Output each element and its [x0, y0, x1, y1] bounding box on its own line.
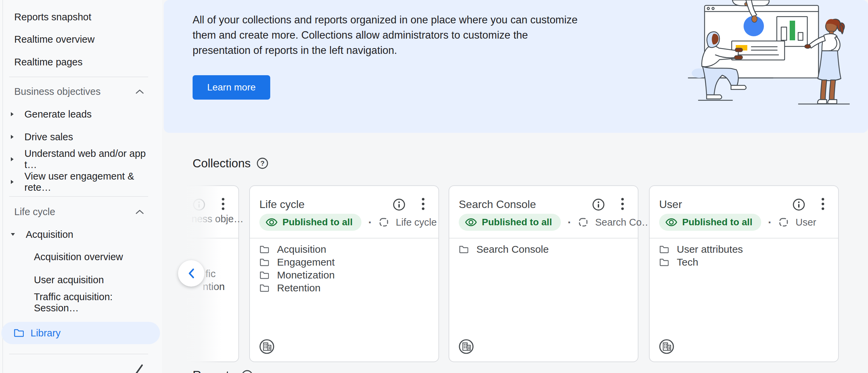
sidebar-item-label: Library: [31, 328, 61, 339]
more-menu-icon[interactable]: [221, 197, 225, 211]
learn-more-button[interactable]: Learn more: [193, 75, 270, 100]
card-divider: [163, 238, 238, 239]
report-topic-row: Monetization: [259, 269, 429, 282]
banner-line: presentation of reports in the left navi…: [193, 43, 578, 58]
template-label-fragment: ness obje…: [192, 213, 243, 225]
folder-icon: [14, 329, 24, 337]
report-topic-row: Acquisition: [259, 243, 429, 256]
sidebar-item-label: Reports snapshot: [14, 12, 91, 23]
sidebar-item-label: Acquisition overview: [34, 251, 123, 263]
folder-icon: [259, 258, 269, 266]
library-intro-banner: All of your collections and reports orga…: [164, 0, 868, 133]
more-menu-icon[interactable]: [421, 197, 425, 211]
collections-illustration: [682, 0, 851, 108]
sidebar-item-label: User acquisition: [34, 274, 104, 286]
sidebar-item-label: Realtime overview: [14, 34, 95, 45]
info-icon[interactable]: [392, 198, 406, 211]
carousel-prev-button[interactable]: [178, 260, 204, 287]
card-divider: [449, 238, 638, 239]
sidebar-section-life-cycle[interactable]: Life cycle: [0, 202, 160, 221]
report-topic-label: Search Console: [476, 244, 549, 255]
card-title: Life cycle: [259, 198, 304, 211]
template-label: User: [795, 217, 816, 228]
sidebar-item-generate-leads[interactable]: Generate leads: [0, 105, 160, 124]
folder-icon: [459, 245, 468, 253]
more-menu-icon[interactable]: [621, 197, 624, 211]
card-title: Search Console: [459, 198, 536, 211]
collection-card-search-console: Search Console Published to all · Search…: [449, 185, 638, 362]
svg-text:?: ?: [260, 160, 264, 167]
card-title: User: [659, 198, 682, 211]
chevron-up-icon[interactable]: [135, 209, 144, 214]
published-badge-label: Published to all: [482, 217, 552, 228]
dot-separator: ·: [368, 216, 372, 229]
report-nav-sidebar: Reports snapshot Realtime overview Realt…: [0, 0, 162, 373]
sidebar-collapse-chevron-left-icon[interactable]: [134, 364, 144, 373]
triangle-right-icon: [10, 134, 14, 140]
sidebar-section-label: Life cycle: [14, 206, 55, 217]
published-badge: Published to all: [659, 214, 761, 231]
sidebar-item-realtime-overview[interactable]: Realtime overview: [0, 30, 160, 49]
sidebar-item-acquisition-overview[interactable]: Acquisition overview: [0, 247, 160, 266]
triangle-down-icon: [10, 232, 16, 236]
sidebar-item-user-acquisition[interactable]: User acquisition: [0, 270, 160, 289]
triangle-right-icon: [10, 179, 14, 185]
sidebar-item-understand-traffic[interactable]: Understand web and/or app t…: [0, 150, 160, 169]
sidebar-item-traffic-acquisition[interactable]: Traffic acquisition: Session…: [0, 293, 160, 312]
sidebar-divider: [9, 77, 148, 77]
report-topic-row: Tech: [659, 256, 829, 269]
collections-heading: Collections: [193, 157, 251, 170]
report-item-fragment: ntion: [203, 281, 225, 292]
sidebar-item-view-engagement[interactable]: View user engagement & rete…: [0, 172, 160, 191]
published-badge-label: Published to all: [282, 217, 353, 228]
sidebar-divider: [9, 354, 148, 354]
business-icon: [659, 339, 674, 354]
template-label: Search Cons…: [595, 217, 656, 228]
sidebar-section-business-objectives[interactable]: Business objectives: [0, 82, 160, 101]
chevron-up-icon[interactable]: [135, 89, 144, 94]
template-link-icon: [379, 217, 389, 227]
dot-separator: ·: [568, 216, 571, 229]
template-label: Life cycle: [396, 217, 437, 228]
business-icon: [458, 339, 474, 354]
report-topic-label: Acquisition: [277, 244, 326, 255]
folder-icon: [259, 271, 269, 279]
sidebar-item-label: Drive sales: [24, 131, 73, 143]
template-link-icon: [778, 217, 789, 227]
eye-icon: [666, 218, 677, 227]
info-icon[interactable]: [192, 198, 206, 211]
eye-icon: [465, 218, 477, 227]
info-icon[interactable]: [792, 198, 806, 211]
folder-icon: [659, 258, 669, 266]
sidebar-item-label: Acquisition: [26, 229, 73, 240]
published-badge-label: Published to all: [682, 217, 752, 228]
eye-icon: [266, 218, 277, 227]
report-topic-row: User attributes: [659, 243, 829, 256]
triangle-right-icon: [10, 157, 14, 162]
card-divider: [650, 238, 838, 239]
sidebar-item-library[interactable]: Library: [1, 322, 160, 344]
more-menu-icon[interactable]: [821, 197, 825, 211]
report-topic-label: User attributes: [677, 244, 743, 255]
sidebar-item-realtime-pages[interactable]: Realtime pages: [0, 53, 160, 71]
sidebar-item-reports-snapshot[interactable]: Reports snapshot: [0, 7, 160, 26]
business-icon: [259, 339, 275, 354]
report-item-fragment: fic: [205, 268, 216, 279]
report-topic-label: Tech: [677, 256, 698, 268]
banner-line: them and create more. Collections allow …: [193, 27, 578, 43]
info-icon[interactable]: [592, 198, 605, 211]
reports-section-heading: Reports: [193, 369, 235, 373]
collections-carousel: ness obje… fic ntion Life cycle Publishe…: [163, 185, 868, 363]
banner-line: All of your collections and reports orga…: [193, 12, 578, 27]
sidebar-item-acquisition[interactable]: Acquisition: [0, 225, 160, 244]
triangle-right-icon: [10, 111, 14, 117]
sidebar-item-drive-sales[interactable]: Drive sales: [0, 127, 160, 146]
report-topic-row: Retention: [259, 282, 429, 294]
help-icon[interactable]: ?: [256, 157, 269, 170]
collection-card-user: User Published to all · User User at: [649, 185, 839, 362]
banner-description: All of your collections and reports orga…: [193, 12, 578, 58]
report-topic-label: Monetization: [277, 269, 335, 281]
sidebar-item-label: Traffic acquisition: Session…: [34, 291, 160, 314]
help-icon[interactable]: ?: [241, 369, 254, 373]
published-badge: Published to all: [259, 214, 361, 231]
